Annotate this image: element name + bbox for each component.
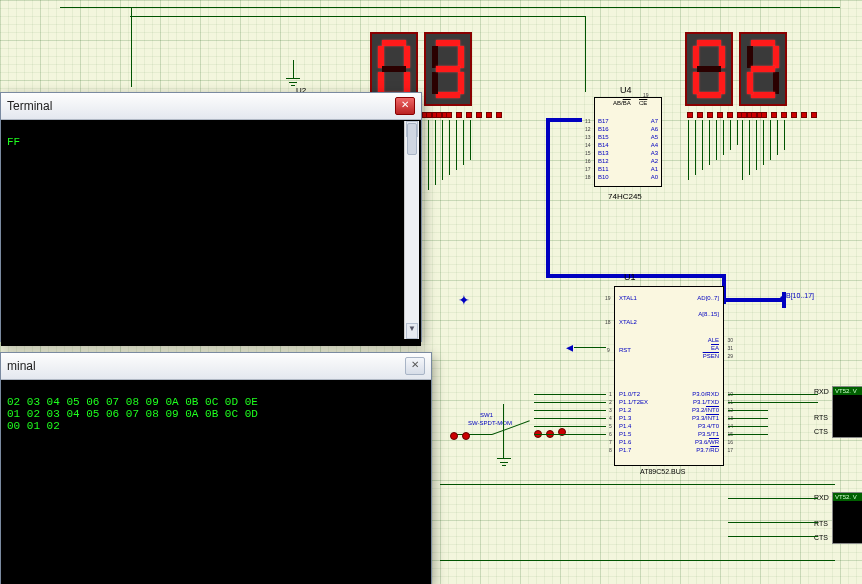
terminal-line: FF: [7, 136, 20, 148]
bus-wire: [722, 298, 786, 302]
bus-wire: [546, 274, 726, 278]
terminal-body[interactable]: 02 03 04 05 06 07 08 09 0A 0B 0C 0D 0E 0…: [1, 380, 431, 584]
terminal-window-2[interactable]: minal ✕ 02 03 04 05 06 07 08 09 0A 0B 0C…: [0, 352, 432, 584]
uart-header: VT52. V: [833, 493, 862, 501]
scrollbar[interactable]: ▲ ▼: [404, 121, 419, 339]
close-button[interactable]: ✕: [395, 97, 415, 115]
uart-rts-label: RTS: [814, 414, 828, 421]
terminal-line: 02 03 04 05 06 07 08 09 0A 0B 0C 0D 0E: [7, 396, 258, 408]
bus-wire: [546, 118, 582, 122]
component-ref-sw1: SW1: [480, 412, 493, 418]
virtual-terminal-1[interactable]: VT52. V: [832, 386, 862, 438]
bus-label: B[10..17]: [786, 292, 814, 299]
ground-icon: [286, 78, 300, 89]
probe-pad[interactable]: [450, 432, 458, 440]
terminal-line: 01 02 03 04 05 06 07 08 09 0A 0B 0C 0D: [7, 408, 258, 420]
terminal-title: minal: [7, 359, 36, 373]
uart-cts-label: CTS: [814, 428, 828, 435]
terminal-body[interactable]: FF: [1, 120, 421, 346]
seven-seg-d4: [739, 32, 787, 106]
terminal-title: Terminal: [7, 99, 52, 113]
uart-header: VT52. V: [833, 387, 862, 395]
terminal-line: 00 01 02: [7, 420, 60, 432]
chip-u1[interactable]: XTAL1 XTAL2 19 18 RST 9 P1.0/T2 P1.1/T2E…: [614, 286, 724, 466]
seven-seg-d3: [685, 32, 733, 106]
close-button[interactable]: ✕: [405, 357, 425, 375]
pinrow-d2: [424, 110, 504, 120]
chip-part-u1: AT89C52.BUS: [640, 468, 685, 475]
seven-seg-d2: [424, 32, 472, 106]
chip-part-u4: 74HC245: [608, 192, 642, 201]
probe-pad[interactable]: [462, 432, 470, 440]
switch-part: SW-SPDT-MOM: [468, 420, 512, 426]
uart-rxd-label: RXD: [814, 388, 829, 395]
ground-icon: [497, 458, 511, 469]
pinrow-d4: [739, 110, 819, 120]
scroll-thumb[interactable]: [407, 123, 417, 155]
scroll-down-button[interactable]: ▼: [406, 323, 418, 339]
component-ref-u4: U4: [620, 85, 632, 95]
bus-wire: [546, 118, 550, 278]
component-ref-u1: U1: [624, 272, 636, 282]
cursor-cross-icon: ✦: [458, 294, 470, 306]
terminal-window-1[interactable]: Terminal ✕ FF ▲ ▼: [0, 92, 422, 342]
virtual-terminal-2[interactable]: VT52. V: [832, 492, 862, 544]
chip-u4[interactable]: AB/BA CE 19 B17 B16 B15 B14 B13 B12 B11 …: [594, 97, 662, 187]
arrow-icon: ◂: [566, 341, 578, 353]
close-icon: ✕: [401, 99, 409, 110]
close-icon: ✕: [411, 359, 419, 370]
